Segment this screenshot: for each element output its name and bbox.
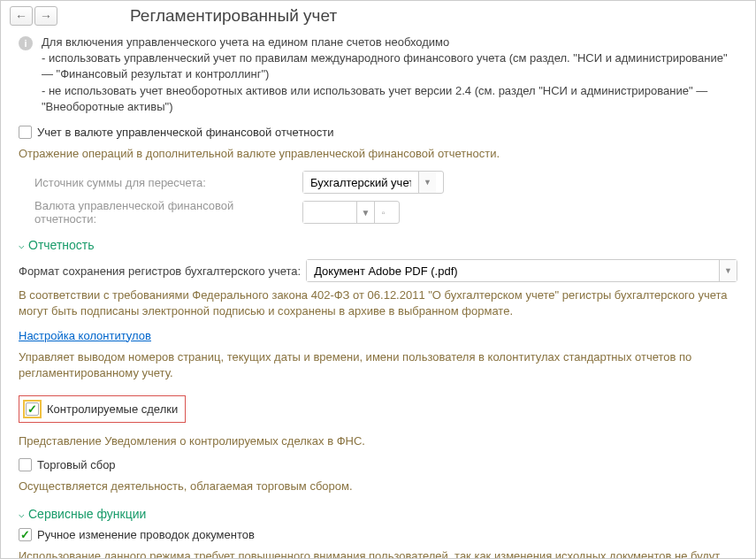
- controlled-desc: Представление Уведомления о контролируем…: [19, 433, 737, 449]
- currency-label: Валюта управленческой финансовой отчетно…: [34, 199, 295, 226]
- controlled-deals-highlight: Контролируемые сделки: [19, 395, 186, 423]
- law-desc: В соответствии с требованиями Федерально…: [19, 287, 737, 319]
- source-dropdown-btn[interactable]: ▼: [418, 172, 436, 193]
- controlled-deals-label: Контролируемые сделки: [47, 402, 178, 416]
- format-dropdown[interactable]: ▼: [306, 259, 737, 282]
- back-button[interactable]: ←: [10, 6, 33, 26]
- currency-desc: Отражение операций в дополнительной валю…: [19, 146, 737, 162]
- currency-dropdown-btn[interactable]: ▼: [356, 202, 374, 223]
- source-label: Источник суммы для пересчета:: [34, 176, 295, 189]
- info-icon: i: [19, 36, 33, 50]
- source-dropdown[interactable]: ▼: [302, 171, 444, 194]
- info-block: i Для включения управленческого учета на…: [19, 34, 737, 115]
- chevron-down-icon: ⌵: [19, 509, 25, 520]
- trade-fee-checkbox[interactable]: [19, 458, 32, 471]
- trade-fee-label: Торговый сбор: [37, 458, 116, 471]
- headers-settings-link[interactable]: Настройка колонтитулов: [19, 329, 151, 342]
- service-section-header[interactable]: ⌵ Сервисные функции: [19, 507, 737, 521]
- currency-open-btn[interactable]: ▫: [374, 202, 392, 223]
- header-desc: Управляет выводом номеров страниц, текущ…: [19, 349, 737, 381]
- info-text: Для включения управленческого учета на е…: [42, 34, 737, 115]
- manual-desc: Использование данного режима требует пов…: [19, 548, 737, 559]
- controlled-deals-checkbox[interactable]: [26, 402, 39, 416]
- currency-accounting-checkbox[interactable]: [19, 126, 32, 139]
- reporting-section-header[interactable]: ⌵ Отчетность: [19, 238, 737, 252]
- currency-accounting-label: Учет в валюте управленческой финансовой …: [37, 126, 333, 139]
- chevron-down-icon: ⌵: [19, 240, 25, 251]
- currency-input[interactable]: [303, 202, 356, 223]
- format-input[interactable]: [307, 260, 719, 281]
- source-input[interactable]: [303, 172, 418, 193]
- format-label: Формат сохранения регистров бухгалтерско…: [19, 264, 301, 278]
- trade-desc: Осуществляется деятельность, облагаемая …: [19, 479, 737, 494]
- forward-button[interactable]: →: [34, 6, 57, 26]
- manual-edit-label: Ручное изменение проводок документов: [37, 528, 255, 541]
- currency-dropdown[interactable]: ▼ ▫: [302, 201, 400, 224]
- format-dropdown-btn[interactable]: ▼: [719, 260, 737, 281]
- page-title: Регламентированный учет: [130, 6, 337, 26]
- manual-edit-checkbox[interactable]: [19, 528, 32, 541]
